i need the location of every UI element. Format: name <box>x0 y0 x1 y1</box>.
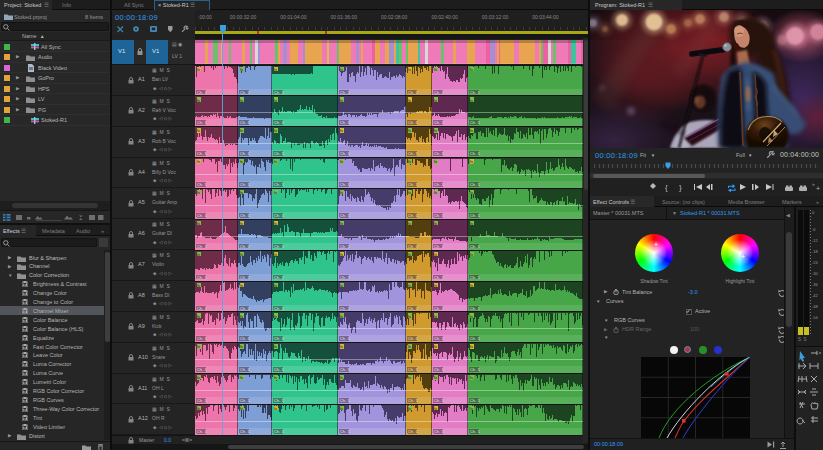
svg-text:Ch. 1: Ch. 1 <box>340 90 351 95</box>
svg-text:fx: fx <box>434 159 437 164</box>
svg-text:fx: fx <box>240 283 243 288</box>
svg-text:fx: fx <box>197 283 200 288</box>
svg-text:fx: fx <box>197 406 200 411</box>
svg-text:Ch. 1: Ch. 1 <box>197 120 208 125</box>
svg-text:fx: fx <box>434 406 437 411</box>
svg-text:fx: fx <box>470 67 473 72</box>
svg-text:fx: fx <box>197 98 200 103</box>
svg-text:fx: fx <box>434 283 437 288</box>
svg-text:Ch. 1: Ch. 1 <box>470 120 481 125</box>
svg-text:fx: fx <box>408 98 411 103</box>
svg-text:Ch. 1: Ch. 1 <box>470 336 481 341</box>
svg-text:Ch. 1: Ch. 1 <box>434 213 445 218</box>
svg-text:fx: fx <box>240 344 243 349</box>
svg-text:fx: fx <box>434 67 437 72</box>
svg-text:Ch. 1: Ch. 1 <box>274 90 285 95</box>
svg-text:fx: fx <box>470 221 473 226</box>
svg-text:fx: fx <box>408 375 411 380</box>
svg-text:fx: fx <box>470 159 473 164</box>
svg-text:Ch. 1: Ch. 1 <box>197 182 208 187</box>
svg-text:fx: fx <box>340 375 343 380</box>
svg-text:fx: fx <box>197 221 200 226</box>
svg-text:Ch. 1: Ch. 1 <box>274 120 285 125</box>
svg-text:Ch. 1: Ch. 1 <box>197 275 208 280</box>
svg-text:fx: fx <box>274 406 277 411</box>
svg-text:Ch. 1: Ch. 1 <box>274 367 285 372</box>
svg-text:fx: fx <box>340 98 343 103</box>
svg-text:fx: fx <box>274 128 277 133</box>
svg-text:fx: fx <box>434 375 437 380</box>
svg-text:Ch. 1: Ch. 1 <box>240 213 251 218</box>
svg-text:fx: fx <box>240 406 243 411</box>
svg-text:Ch. 1: Ch. 1 <box>197 429 208 434</box>
svg-text:fx: fx <box>408 252 411 257</box>
svg-text:Ch. 1: Ch. 1 <box>240 120 251 125</box>
svg-text:Ch. 1: Ch. 1 <box>434 306 445 311</box>
svg-text:fx: fx <box>274 283 277 288</box>
svg-text:Ch. 1: Ch. 1 <box>274 151 285 156</box>
svg-text:Ch. 1: Ch. 1 <box>340 182 351 187</box>
svg-text:Ch. 1: Ch. 1 <box>408 336 419 341</box>
svg-text:Ch. 1: Ch. 1 <box>240 151 251 156</box>
svg-text:Ch. 1: Ch. 1 <box>240 275 251 280</box>
svg-text:Ch. 1: Ch. 1 <box>274 429 285 434</box>
svg-text:fx: fx <box>240 314 243 319</box>
svg-text:fx: fx <box>240 128 243 133</box>
svg-text:fx: fx <box>408 190 411 195</box>
svg-text:Ch. 1: Ch. 1 <box>408 90 419 95</box>
svg-text:fx: fx <box>470 344 473 349</box>
svg-text:fx: fx <box>434 128 437 133</box>
svg-text:fx: fx <box>470 252 473 257</box>
svg-text:Ch. 1: Ch. 1 <box>240 398 251 403</box>
svg-text:Ch. 1: Ch. 1 <box>274 275 285 280</box>
svg-text:fx: fx <box>470 98 473 103</box>
svg-text:Ch. 1: Ch. 1 <box>340 244 351 249</box>
svg-text:fx: fx <box>470 283 473 288</box>
svg-text:Ch. 1: Ch. 1 <box>434 244 445 249</box>
svg-text:fx: fx <box>197 344 200 349</box>
svg-text:{: { <box>665 183 668 192</box>
svg-text:Ch. 1: Ch. 1 <box>434 90 445 95</box>
svg-text:fx: fx <box>340 406 343 411</box>
svg-text:fx: fx <box>274 375 277 380</box>
svg-text:fx: fx <box>240 98 243 103</box>
svg-text:Ch. 1: Ch. 1 <box>408 151 419 156</box>
svg-text:Ch. 1: Ch. 1 <box>434 336 445 341</box>
svg-text:fx: fx <box>434 221 437 226</box>
svg-text:Ch. 1: Ch. 1 <box>240 182 251 187</box>
svg-text:fx: fx <box>340 67 343 72</box>
svg-text:Ch. 1: Ch. 1 <box>408 275 419 280</box>
svg-text:fx: fx <box>274 67 277 72</box>
svg-text:Ch. 1: Ch. 1 <box>408 429 419 434</box>
svg-text:fx: fx <box>470 375 473 380</box>
svg-text:Ch. 1: Ch. 1 <box>434 182 445 187</box>
svg-text:fx: fx <box>274 252 277 257</box>
svg-text:fx: fx <box>434 190 437 195</box>
svg-text:Ch. 1: Ch. 1 <box>470 367 481 372</box>
svg-text:fx: fx <box>340 190 343 195</box>
svg-text:Ch. 1: Ch. 1 <box>340 306 351 311</box>
svg-text:fx: fx <box>434 344 437 349</box>
svg-text:Ch. 1: Ch. 1 <box>470 398 481 403</box>
svg-text:fx: fx <box>197 314 200 319</box>
svg-text:fx: fx <box>274 159 277 164</box>
svg-text:Ch. 1: Ch. 1 <box>240 429 251 434</box>
svg-text:fx: fx <box>240 252 243 257</box>
svg-text:fx: fx <box>197 159 200 164</box>
svg-text:Ch. 1: Ch. 1 <box>197 367 208 372</box>
svg-text:Ch. 1: Ch. 1 <box>340 367 351 372</box>
svg-text:Ch. 1: Ch. 1 <box>197 244 208 249</box>
svg-text:fx: fx <box>340 344 343 349</box>
svg-text:Ch. 1: Ch. 1 <box>274 306 285 311</box>
svg-text:Ch. 1: Ch. 1 <box>240 367 251 372</box>
svg-text:Ch. 1: Ch. 1 <box>197 151 208 156</box>
svg-text:Ch. 1: Ch. 1 <box>470 213 481 218</box>
svg-text:fx: fx <box>274 98 277 103</box>
svg-text:fx: fx <box>274 221 277 226</box>
svg-text:fx: fx <box>434 98 437 103</box>
svg-text:fx: fx <box>340 283 343 288</box>
svg-text:fx: fx <box>240 159 243 164</box>
svg-text:Ch. 1: Ch. 1 <box>434 429 445 434</box>
svg-text:fx: fx <box>274 314 277 319</box>
svg-text:Ch. 1: Ch. 1 <box>274 213 285 218</box>
